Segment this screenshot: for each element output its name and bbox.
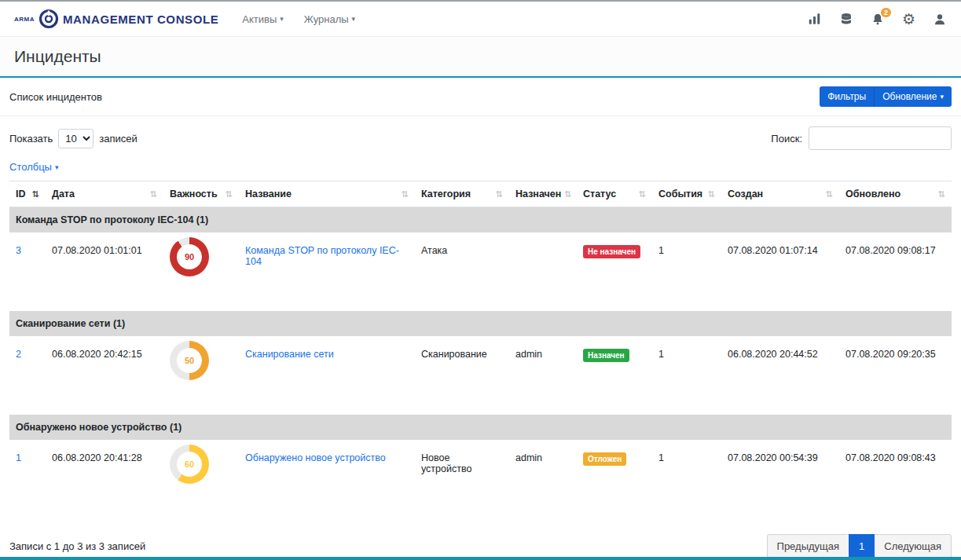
sort-icon[interactable]: ⇅: [564, 189, 571, 199]
sort-icon[interactable]: ⇅: [496, 189, 503, 199]
status-badge: Отложен: [583, 452, 626, 466]
group-title: Сканирование сети (1): [9, 311, 952, 336]
incident-id-link[interactable]: 1: [16, 452, 21, 463]
severity-donut: 60: [170, 445, 209, 484]
column-header-created[interactable]: Создан⇅: [721, 181, 839, 207]
column-header-updated[interactable]: Обновлено⇅: [839, 181, 952, 207]
nav-menu-assets[interactable]: Активы ▾: [242, 13, 284, 25]
sort-icon[interactable]: ⇅: [226, 189, 233, 199]
column-header-status[interactable]: Статус⇅: [577, 181, 652, 207]
incident-name-link[interactable]: Обнаружено новое устройство: [245, 452, 386, 463]
nav-menus: Активы ▾ Журналы ▾: [242, 13, 355, 25]
database-icon[interactable]: [839, 12, 853, 27]
chevron-down-icon: ▾: [940, 93, 944, 101]
group-header-row: Обнаружено новое устройство (1): [9, 415, 952, 440]
filters-button[interactable]: Фильтры: [820, 86, 874, 107]
column-header-name[interactable]: Название⇅: [239, 181, 415, 207]
nav-menu-assets-label: Активы: [242, 13, 277, 25]
refresh-dropdown-button[interactable]: Обновление ▾: [874, 86, 952, 107]
incident-name-link[interactable]: Сканирование сети: [245, 349, 334, 360]
entries-label: записей: [99, 133, 137, 145]
column-header-severity[interactable]: Важность⇅: [163, 181, 239, 207]
column-header-date[interactable]: Дата⇅: [46, 181, 163, 207]
incidents-table: ID⇅ Дата⇅ Важность⇅ Название⇅ Категория⇅…: [9, 181, 952, 518]
sort-icon[interactable]: ⇅: [32, 189, 39, 199]
navbar-icons: 2 ⚙: [807, 12, 947, 27]
sort-icon[interactable]: ⇅: [150, 189, 157, 199]
incident-updated: 07.08.2020 09:20:35: [839, 336, 952, 415]
table-footer: Записи с 1 до 3 из 3 записей Предыдущая …: [0, 518, 961, 560]
incident-assignee: [509, 232, 577, 311]
page-length-select[interactable]: 10: [58, 129, 94, 148]
incident-events-count: 1: [652, 232, 721, 311]
column-header-category[interactable]: Категория⇅: [415, 181, 509, 207]
sort-icon[interactable]: ⇅: [639, 189, 646, 199]
arma-logo-text: ARMA: [14, 16, 35, 23]
group-title: Команда STOP по протоколу IEC-104 (1): [9, 207, 952, 233]
brand-logo[interactable]: ARMA MANAGEMENT CONSOLE: [14, 9, 218, 29]
incident-id-link[interactable]: 3: [16, 245, 21, 256]
user-profile-icon[interactable]: [933, 12, 947, 27]
columns-row: Столбцы ▾: [0, 153, 961, 181]
sort-icon[interactable]: ⇅: [938, 189, 945, 199]
group-header-row: Сканирование сети (1): [9, 311, 952, 336]
incident-created: 06.08.2020 20:44:52: [721, 336, 839, 415]
table-row: 2 06.08.2020 20:42:15 50 Сканирование се…: [9, 336, 952, 415]
column-header-id[interactable]: ID⇅: [9, 181, 46, 207]
incident-id-link[interactable]: 2: [16, 349, 21, 360]
incident-category: Новое устройство: [415, 440, 509, 518]
card-title: Список инцидентов: [9, 91, 102, 103]
table-row: 1 06.08.2020 20:41:28 60 Обнаружено ново…: [9, 440, 952, 518]
search-control: Поиск:: [771, 126, 952, 150]
nav-menu-journals-label: Журналы: [304, 13, 349, 25]
search-input[interactable]: [809, 126, 952, 150]
pagination-previous-button[interactable]: Предыдущая: [767, 534, 850, 558]
top-navbar: ARMA MANAGEMENT CONSOLE Активы ▾ Журналы…: [0, 2, 961, 36]
incident-events-count: 1: [652, 440, 721, 518]
filters-button-label: Фильтры: [827, 91, 866, 102]
incident-updated: 07.08.2020 09:08:43: [839, 440, 952, 518]
nav-menu-journals[interactable]: Журналы ▾: [304, 13, 355, 25]
column-header-assignee[interactable]: Назначен⇅: [509, 181, 577, 207]
search-label: Поиск:: [771, 133, 802, 145]
incident-name-link[interactable]: Команда STOP по протоколу IEC-104: [245, 245, 399, 267]
incident-date: 06.08.2020 20:41:28: [46, 440, 163, 518]
arma-swirl-icon: [39, 9, 59, 29]
analytics-icon[interactable]: [807, 12, 822, 26]
incident-category: Атака: [415, 232, 509, 311]
incident-date: 07.08.2020 01:01:01: [46, 232, 163, 311]
status-badge: Назначен: [583, 349, 629, 362]
table-row: 3 07.08.2020 01:01:01 90 Команда STOP по…: [9, 232, 952, 311]
sort-icon[interactable]: ⇅: [402, 189, 409, 199]
settings-gear-icon[interactable]: ⚙: [902, 12, 915, 27]
columns-dropdown-button[interactable]: Столбцы ▾: [9, 161, 59, 173]
severity-donut: 50: [170, 341, 209, 380]
pagination: Предыдущая 1 Следующая: [768, 534, 952, 558]
column-header-events[interactable]: События⇅: [652, 181, 721, 207]
brand-title: MANAGEMENT CONSOLE: [63, 13, 218, 26]
table-controls: Показать 10 записей Поиск:: [0, 116, 961, 153]
pagination-page-1-button[interactable]: 1: [849, 534, 875, 558]
status-badge: Не назначен: [583, 245, 640, 258]
pagination-next-button[interactable]: Следующая: [874, 534, 952, 558]
card-actions: Фильтры Обновление ▾: [820, 86, 952, 107]
page-title: Инциденты: [14, 47, 947, 66]
group-title: Обнаружено новое устройство (1): [9, 415, 952, 440]
incidents-card: Список инцидентов Фильтры Обновление ▾ П…: [0, 78, 961, 560]
group-header-row: Команда STOP по протоколу IEC-104 (1): [9, 207, 952, 233]
table-header-row: ID⇅ Дата⇅ Важность⇅ Название⇅ Категория⇅…: [9, 181, 952, 207]
page-header: Инциденты: [0, 36, 961, 78]
incident-events-count: 1: [652, 336, 721, 415]
chevron-down-icon: ▾: [352, 15, 356, 23]
records-info: Записи с 1 до 3 из 3 записей: [9, 540, 145, 552]
notifications-bell-icon[interactable]: 2: [871, 12, 885, 27]
incident-created: 07.08.2020 00:54:39: [721, 440, 839, 518]
incident-created: 07.08.2020 01:07:14: [721, 232, 839, 311]
sort-icon[interactable]: ⇅: [826, 189, 833, 199]
card-header: Список инцидентов Фильтры Обновление ▾: [0, 78, 961, 116]
refresh-button-label: Обновление: [882, 91, 937, 102]
page-length-control: Показать 10 записей: [9, 129, 138, 148]
incident-assignee: admin: [509, 440, 577, 518]
sort-icon[interactable]: ⇅: [708, 189, 715, 199]
incident-date: 06.08.2020 20:42:15: [46, 336, 163, 415]
